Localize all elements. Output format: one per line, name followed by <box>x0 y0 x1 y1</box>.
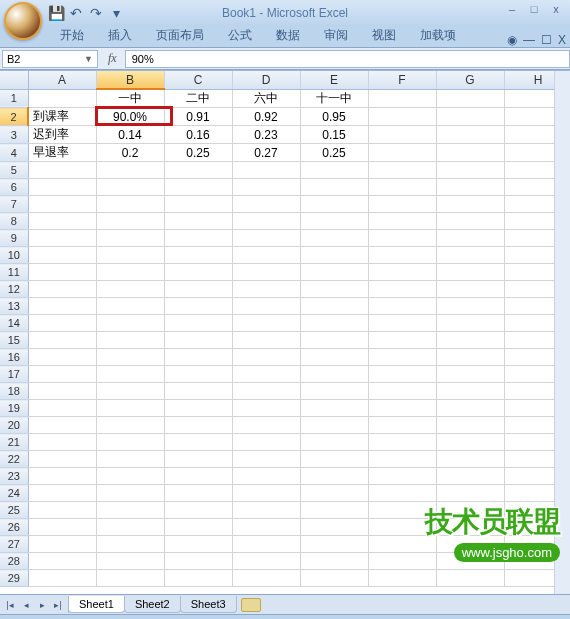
cell-D10[interactable] <box>232 247 300 264</box>
cell-A18[interactable] <box>28 383 96 400</box>
cell-D26[interactable] <box>232 519 300 536</box>
cell-G4[interactable] <box>436 144 504 162</box>
cell-A17[interactable] <box>28 366 96 383</box>
cell-D23[interactable] <box>232 468 300 485</box>
cell-B21[interactable] <box>96 434 164 451</box>
tab-insert[interactable]: 插入 <box>96 24 144 47</box>
cell-F17[interactable] <box>368 366 436 383</box>
cell-B15[interactable] <box>96 332 164 349</box>
cell-G15[interactable] <box>436 332 504 349</box>
cell-E14[interactable] <box>300 315 368 332</box>
cell-G23[interactable] <box>436 468 504 485</box>
row-header-26[interactable]: 26 <box>0 519 28 536</box>
cell-C9[interactable] <box>164 230 232 247</box>
select-all-corner[interactable] <box>0 71 28 89</box>
cell-D16[interactable] <box>232 349 300 366</box>
cell-A20[interactable] <box>28 417 96 434</box>
cell-B10[interactable] <box>96 247 164 264</box>
cell-B16[interactable] <box>96 349 164 366</box>
cell-D15[interactable] <box>232 332 300 349</box>
cell-B4[interactable]: 0.2 <box>96 144 164 162</box>
col-header-E[interactable]: E <box>300 71 368 89</box>
cell-G10[interactable] <box>436 247 504 264</box>
cell-D21[interactable] <box>232 434 300 451</box>
cell-D18[interactable] <box>232 383 300 400</box>
cell-E2[interactable]: 0.95 <box>300 108 368 126</box>
cell-A4[interactable]: 早退率 <box>28 144 96 162</box>
cell-E19[interactable] <box>300 400 368 417</box>
cell-F28[interactable] <box>368 553 436 570</box>
cell-E22[interactable] <box>300 451 368 468</box>
cell-F13[interactable] <box>368 298 436 315</box>
cell-F7[interactable] <box>368 196 436 213</box>
cell-F23[interactable] <box>368 468 436 485</box>
cell-C6[interactable] <box>164 179 232 196</box>
cell-F4[interactable] <box>368 144 436 162</box>
cell-A27[interactable] <box>28 536 96 553</box>
cell-G22[interactable] <box>436 451 504 468</box>
cell-A7[interactable] <box>28 196 96 213</box>
cell-B5[interactable] <box>96 162 164 179</box>
row-header-23[interactable]: 23 <box>0 468 28 485</box>
cell-E25[interactable] <box>300 502 368 519</box>
cell-C7[interactable] <box>164 196 232 213</box>
cell-C29[interactable] <box>164 570 232 587</box>
row-header-13[interactable]: 13 <box>0 298 28 315</box>
tab-review[interactable]: 审阅 <box>312 24 360 47</box>
cell-E28[interactable] <box>300 553 368 570</box>
office-button[interactable] <box>4 2 42 40</box>
name-box[interactable]: B2 ▼ <box>2 50 98 68</box>
row-header-9[interactable]: 9 <box>0 230 28 247</box>
cell-B20[interactable] <box>96 417 164 434</box>
cell-G19[interactable] <box>436 400 504 417</box>
cell-E6[interactable] <box>300 179 368 196</box>
cell-G7[interactable] <box>436 196 504 213</box>
cell-D1[interactable]: 六中 <box>232 89 300 108</box>
cell-C21[interactable] <box>164 434 232 451</box>
cell-B28[interactable] <box>96 553 164 570</box>
row-header-27[interactable]: 27 <box>0 536 28 553</box>
cell-F21[interactable] <box>368 434 436 451</box>
cell-F19[interactable] <box>368 400 436 417</box>
cell-A10[interactable] <box>28 247 96 264</box>
redo-icon[interactable]: ↷ <box>88 5 104 21</box>
cell-G6[interactable] <box>436 179 504 196</box>
cell-F18[interactable] <box>368 383 436 400</box>
cell-B9[interactable] <box>96 230 164 247</box>
row-header-28[interactable]: 28 <box>0 553 28 570</box>
cell-F25[interactable] <box>368 502 436 519</box>
name-box-dropdown-icon[interactable]: ▼ <box>84 54 93 64</box>
row-header-4[interactable]: 4 <box>0 144 28 162</box>
cell-A28[interactable] <box>28 553 96 570</box>
cell-C20[interactable] <box>164 417 232 434</box>
cell-A13[interactable] <box>28 298 96 315</box>
cell-E1[interactable]: 十一中 <box>300 89 368 108</box>
cell-E8[interactable] <box>300 213 368 230</box>
save-icon[interactable]: 💾 <box>48 5 64 21</box>
cell-A1[interactable] <box>28 89 96 108</box>
cell-G5[interactable] <box>436 162 504 179</box>
cell-A21[interactable] <box>28 434 96 451</box>
row-header-1[interactable]: 1 <box>0 89 28 108</box>
cell-E13[interactable] <box>300 298 368 315</box>
cell-E3[interactable]: 0.15 <box>300 126 368 144</box>
cell-F14[interactable] <box>368 315 436 332</box>
cell-D11[interactable] <box>232 264 300 281</box>
cell-E5[interactable] <box>300 162 368 179</box>
cell-A14[interactable] <box>28 315 96 332</box>
cell-A8[interactable] <box>28 213 96 230</box>
cell-A26[interactable] <box>28 519 96 536</box>
cell-C17[interactable] <box>164 366 232 383</box>
cell-G27[interactable] <box>436 536 504 553</box>
col-header-G[interactable]: G <box>436 71 504 89</box>
cell-C26[interactable] <box>164 519 232 536</box>
row-header-11[interactable]: 11 <box>0 264 28 281</box>
cell-A3[interactable]: 迟到率 <box>28 126 96 144</box>
cell-G16[interactable] <box>436 349 504 366</box>
cell-B19[interactable] <box>96 400 164 417</box>
cell-E17[interactable] <box>300 366 368 383</box>
cell-G2[interactable] <box>436 108 504 126</box>
row-header-7[interactable]: 7 <box>0 196 28 213</box>
row-header-10[interactable]: 10 <box>0 247 28 264</box>
cell-A9[interactable] <box>28 230 96 247</box>
